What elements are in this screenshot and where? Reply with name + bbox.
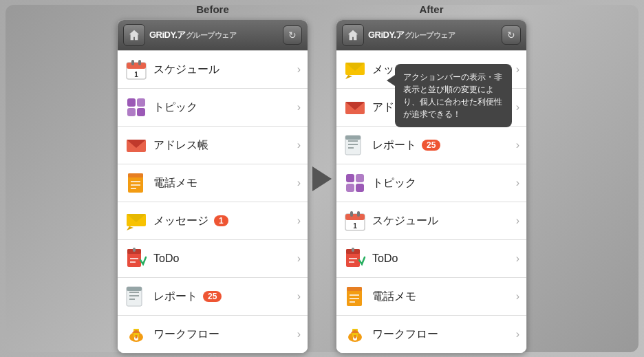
- after-topic-chevron: ›: [516, 177, 519, 189]
- before-menu-list: 1 スケジュール › トピック: [118, 50, 308, 353]
- before-memo-label: 電話メモ: [153, 176, 297, 191]
- address-icon: [125, 133, 148, 157]
- svg-rect-47: [346, 184, 354, 192]
- after-todo-label: ToDo: [372, 252, 516, 265]
- before-logo: GRiDY.アグループウェア: [149, 29, 236, 41]
- workflow-icon-before: [125, 323, 148, 346]
- tooltip-bubble: アクションバーの表示・非表示と並び順の変更により、個人に合わせた利便性が追求でき…: [395, 64, 512, 127]
- svg-rect-60: [347, 287, 362, 291]
- before-panel: Before GRiDY.アグループウェア ↻: [117, 3, 308, 354]
- before-item-topic[interactable]: トピック ›: [118, 89, 308, 127]
- svg-text:1: 1: [134, 71, 138, 78]
- before-header-title: GRiDY.アグループウェア: [149, 29, 279, 41]
- svg-rect-5: [127, 98, 136, 107]
- svg-rect-1: [127, 63, 146, 69]
- before-item-workflow[interactable]: ワークフロー ›: [118, 316, 308, 353]
- svg-rect-6: [137, 98, 145, 107]
- report-icon-before: [125, 285, 148, 308]
- todo-icon-after: [343, 247, 367, 270]
- svg-text:1: 1: [353, 222, 357, 230]
- svg-rect-14: [128, 173, 143, 177]
- svg-rect-3: [138, 60, 141, 65]
- svg-rect-33: [136, 335, 138, 338]
- svg-rect-45: [346, 174, 354, 182]
- after-header-title: GRiDY.アグループウェア: [368, 29, 497, 41]
- svg-rect-50: [345, 214, 365, 220]
- before-message-chevron: ›: [297, 215, 301, 227]
- topic-icon: [125, 96, 148, 119]
- after-item-topic[interactable]: トピック ›: [336, 164, 526, 202]
- after-item-todo[interactable]: ToDo ›: [336, 240, 526, 278]
- after-item-workflow[interactable]: ワークフロー ›: [336, 316, 526, 353]
- before-report-badge: 25: [203, 291, 222, 302]
- after-todo-chevron: ›: [516, 252, 519, 265]
- workflow-icon-after: [343, 323, 367, 346]
- after-item-report[interactable]: レポート 25 ›: [336, 127, 526, 164]
- before-todo-label: ToDo: [153, 252, 297, 265]
- after-item-memo[interactable]: 電話メモ ›: [336, 278, 526, 316]
- before-item-address[interactable]: アドレス帳 ›: [118, 127, 308, 164]
- svg-rect-8: [137, 108, 145, 116]
- before-schedule-label: スケジュール: [153, 63, 297, 77]
- after-refresh-button[interactable]: ↻: [502, 25, 521, 45]
- report-icon-after: [343, 133, 367, 157]
- memo-icon: [125, 171, 148, 195]
- memo-icon-after: [343, 285, 367, 308]
- after-address-chevron: ›: [516, 101, 519, 113]
- before-schedule-chevron: ›: [297, 63, 301, 76]
- before-workflow-label: ワークフロー: [153, 327, 297, 342]
- svg-rect-48: [356, 184, 364, 192]
- svg-rect-44: [345, 136, 361, 140]
- before-report-label: レポート 25: [153, 290, 297, 304]
- before-item-report[interactable]: レポート 25 ›: [118, 278, 308, 316]
- after-item-schedule[interactable]: 1 スケジュール ›: [336, 202, 526, 240]
- svg-rect-29: [127, 287, 142, 291]
- topic-icon-after: [343, 171, 367, 195]
- before-home-button[interactable]: [123, 24, 145, 46]
- before-address-label: アドレス帳: [153, 138, 297, 153]
- svg-rect-46: [356, 174, 364, 182]
- before-message-label: メッセージ 1: [153, 214, 297, 228]
- message-icon-before: [125, 209, 148, 232]
- after-report-chevron: ›: [516, 139, 519, 151]
- before-address-chevron: ›: [297, 139, 301, 151]
- todo-icon-before: [125, 247, 148, 270]
- before-label: Before: [196, 3, 229, 15]
- before-workflow-chevron: ›: [297, 328, 301, 340]
- before-topic-chevron: ›: [297, 101, 301, 113]
- before-message-badge: 1: [214, 215, 228, 226]
- after-memo-label: 電話メモ: [372, 290, 516, 304]
- schedule-icon: 1: [125, 58, 148, 81]
- after-schedule-chevron: ›: [516, 215, 519, 227]
- after-phone-header: GRiDY.アグループウェア ↻: [336, 20, 526, 50]
- before-item-memo[interactable]: 電話メモ ›: [118, 164, 308, 202]
- schedule-icon-after: 1: [343, 209, 367, 232]
- svg-rect-56: [352, 248, 354, 252]
- svg-rect-22: [133, 248, 136, 252]
- after-panel: After GRiDY.アグループウェア ↻: [336, 3, 527, 354]
- before-memo-chevron: ›: [297, 177, 301, 189]
- after-report-label: レポート 25: [372, 138, 516, 153]
- before-item-message[interactable]: メッセージ 1 ›: [118, 202, 308, 240]
- svg-rect-7: [127, 108, 136, 116]
- home-icon-after: [347, 29, 359, 41]
- home-icon: [128, 29, 140, 41]
- before-item-todo[interactable]: ToDo ›: [118, 240, 308, 278]
- after-workflow-label: ワークフロー: [372, 327, 516, 342]
- after-logo: GRiDY.アグループウェア: [368, 29, 455, 41]
- after-topic-label: トピック: [372, 176, 516, 191]
- before-todo-chevron: ›: [297, 252, 301, 265]
- message-icon-after: [343, 58, 367, 81]
- before-phone-frame: GRiDY.アグループウェア ↻ 1 ス: [117, 19, 308, 354]
- address-icon-after: [343, 96, 367, 119]
- tooltip-text: アクションバーの表示・非表示と並び順の変更により、個人に合わせた利便性が追求でき…: [403, 72, 502, 119]
- svg-rect-52: [357, 211, 360, 217]
- after-schedule-label: スケジュール: [372, 214, 516, 228]
- svg-rect-2: [131, 60, 134, 65]
- before-after-arrow: [308, 166, 336, 191]
- before-item-schedule[interactable]: 1 スケジュール ›: [118, 51, 308, 89]
- after-home-button[interactable]: [342, 24, 364, 46]
- after-message-chevron: ›: [516, 63, 519, 76]
- before-report-chevron: ›: [297, 290, 301, 303]
- before-refresh-button[interactable]: ↻: [283, 25, 302, 45]
